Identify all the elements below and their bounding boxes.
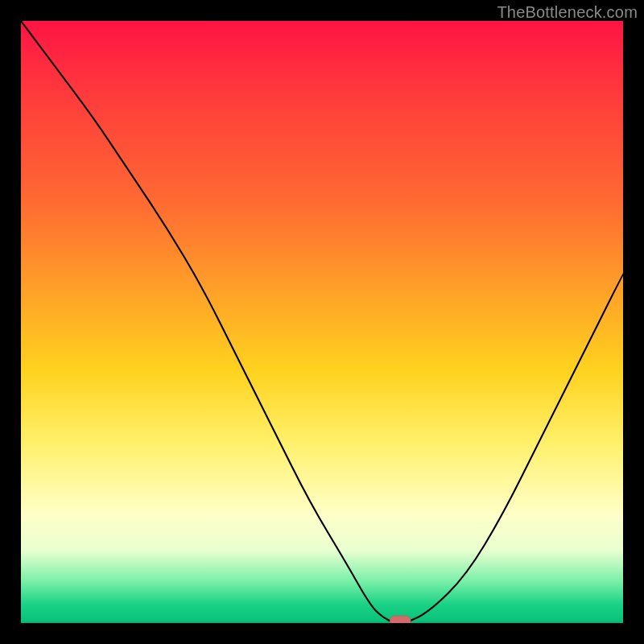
- watermark-label: TheBottleneck.com: [497, 3, 638, 22]
- chart-frame: TheBottleneck.com: [0, 0, 644, 644]
- curve-svg: [21, 21, 623, 623]
- plot-area: [21, 21, 623, 623]
- optimal-marker: [390, 616, 411, 623]
- bottleneck-curve: [21, 21, 623, 623]
